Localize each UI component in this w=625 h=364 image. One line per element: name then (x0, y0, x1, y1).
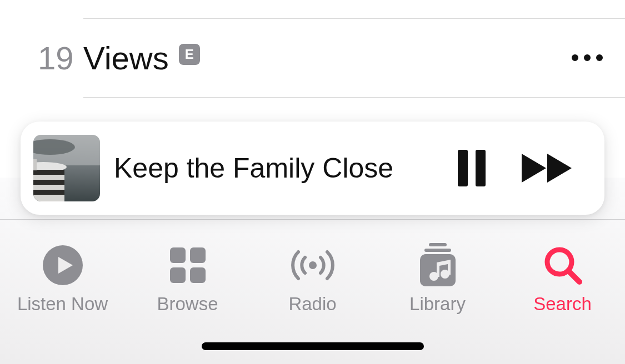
svg-rect-5 (33, 175, 64, 180)
svg-rect-4 (33, 170, 64, 175)
svg-rect-6 (33, 180, 64, 185)
svg-rect-14 (170, 247, 186, 263)
svg-rect-17 (190, 267, 206, 283)
playback-controls (456, 150, 574, 186)
svg-rect-20 (424, 249, 451, 252)
explicit-badge: E (179, 44, 200, 65)
divider (0, 219, 625, 220)
track-number: 19 (0, 39, 83, 77)
grid-icon (170, 244, 206, 287)
tab-listen-now[interactable]: Listen Now (0, 244, 125, 315)
tab-label: Search (533, 294, 592, 315)
more-button[interactable] (572, 54, 603, 61)
next-button[interactable] (521, 151, 574, 185)
track-title: Views (83, 39, 179, 77)
ellipsis-icon (596, 54, 603, 61)
tab-label: Browse (157, 294, 218, 315)
fast-forward-icon (521, 151, 574, 185)
library-icon (419, 244, 457, 287)
svg-point-18 (309, 261, 317, 269)
home-indicator[interactable] (202, 342, 424, 350)
tab-label: Library (409, 294, 466, 315)
pause-button[interactable] (456, 150, 487, 186)
svg-rect-9 (33, 195, 64, 201)
tab-bar: Listen Now Browse Radio (0, 233, 625, 325)
pause-icon (456, 150, 487, 186)
svg-rect-19 (429, 243, 447, 246)
radio-waves-icon (286, 244, 339, 287)
svg-rect-16 (170, 267, 186, 283)
tab-browse[interactable]: Browse (125, 244, 250, 315)
svg-rect-10 (33, 159, 37, 170)
ellipsis-icon (572, 54, 578, 61)
album-artwork (33, 135, 100, 201)
ellipsis-icon (584, 54, 591, 61)
svg-rect-15 (190, 247, 206, 263)
divider (83, 97, 625, 98)
svg-line-27 (568, 271, 579, 282)
now-playing-bar[interactable]: Keep the Family Close (21, 122, 604, 215)
svg-rect-7 (33, 185, 64, 190)
play-circle-icon (43, 244, 83, 287)
search-icon (543, 244, 583, 287)
svg-rect-12 (476, 150, 486, 186)
svg-rect-8 (33, 190, 64, 195)
svg-rect-11 (458, 150, 468, 186)
now-playing-title: Keep the Family Close (114, 152, 456, 184)
track-row[interactable]: 19 Views E (0, 18, 625, 97)
tab-search[interactable]: Search (500, 244, 625, 315)
tab-label: Radio (288, 294, 336, 315)
tab-label: Listen Now (17, 294, 108, 315)
tab-radio[interactable]: Radio (250, 244, 375, 315)
tab-library[interactable]: Library (375, 244, 500, 315)
